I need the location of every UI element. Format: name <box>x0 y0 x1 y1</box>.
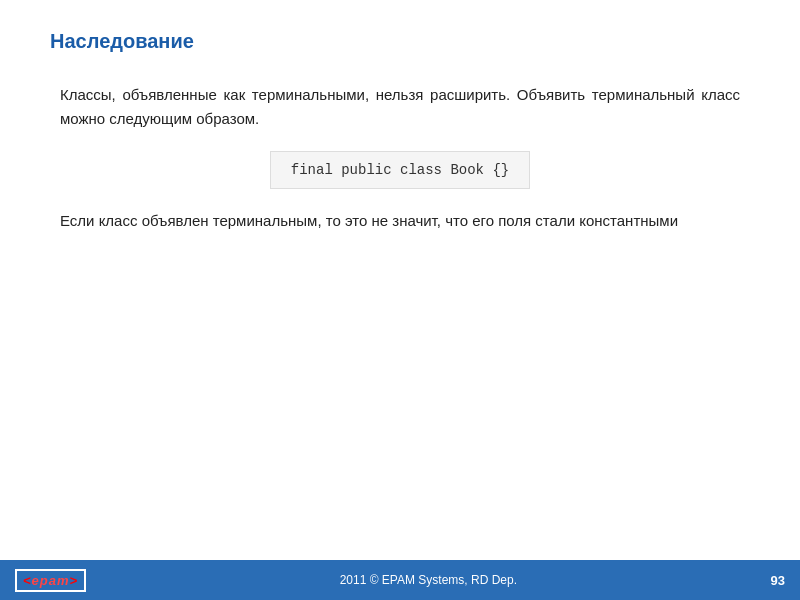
slide-content: Классы, объявленные как терминальными, н… <box>50 83 750 233</box>
paragraph-1: Классы, объявленные как терминальными, н… <box>60 83 740 131</box>
paragraph-2: Если класс объявлен терминальным, то это… <box>60 209 740 233</box>
code-block: final public class Book {} <box>270 151 530 189</box>
footer-logo-text: <epam> <box>23 573 78 588</box>
footer-copyright: 2011 © EPAM Systems, RD Dep. <box>340 573 517 587</box>
footer: <epam> 2011 © EPAM Systems, RD Dep. 93 <box>0 560 800 600</box>
footer-page-number: 93 <box>771 573 785 588</box>
slide-container: Наследование Классы, объявленные как тер… <box>0 0 800 560</box>
slide-title: Наследование <box>50 30 750 53</box>
footer-logo: <epam> <box>15 569 86 592</box>
